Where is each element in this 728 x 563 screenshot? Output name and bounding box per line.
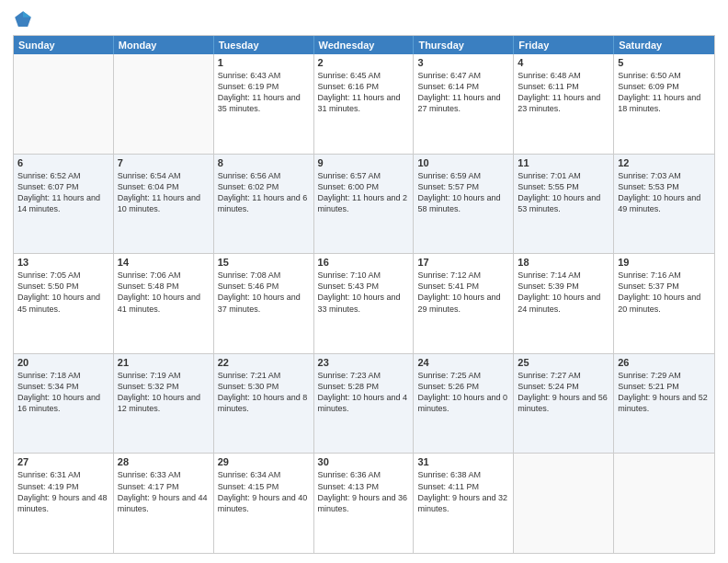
- cell-daylight-info: Sunrise: 7:27 AM Sunset: 5:24 PM Dayligh…: [518, 370, 609, 415]
- day-number: 26: [618, 357, 711, 368]
- calendar-cell-8: 8Sunrise: 6:56 AM Sunset: 6:02 PM Daylig…: [214, 155, 314, 254]
- calendar-cell-12: 12Sunrise: 7:03 AM Sunset: 5:53 PM Dayli…: [614, 155, 714, 254]
- calendar-cell-1: 1Sunrise: 6:43 AM Sunset: 6:19 PM Daylig…: [214, 54, 314, 154]
- calendar-row-3: 13Sunrise: 7:05 AM Sunset: 5:50 PM Dayli…: [14, 253, 714, 353]
- day-number: 25: [518, 357, 609, 368]
- calendar-cell-18: 18Sunrise: 7:14 AM Sunset: 5:39 PM Dayli…: [514, 254, 614, 353]
- cell-daylight-info: Sunrise: 7:29 AM Sunset: 5:21 PM Dayligh…: [618, 370, 711, 415]
- day-number: 12: [618, 157, 711, 168]
- svg-marker-1: [23, 11, 31, 17]
- calendar-cell-7: 7Sunrise: 6:54 AM Sunset: 6:04 PM Daylig…: [114, 155, 214, 254]
- calendar-cell-19: 19Sunrise: 7:16 AM Sunset: 5:37 PM Dayli…: [614, 254, 714, 353]
- calendar-cell-14: 14Sunrise: 7:06 AM Sunset: 5:48 PM Dayli…: [114, 254, 214, 353]
- day-number: 20: [17, 357, 109, 368]
- calendar-row-5: 27Sunrise: 6:31 AM Sunset: 4:19 PM Dayli…: [14, 453, 714, 553]
- day-number: 9: [318, 157, 410, 168]
- cell-daylight-info: Sunrise: 6:38 AM Sunset: 4:11 PM Dayligh…: [417, 469, 509, 514]
- calendar-cell-11: 11Sunrise: 7:01 AM Sunset: 5:55 PM Dayli…: [514, 155, 614, 254]
- cell-daylight-info: Sunrise: 6:57 AM Sunset: 6:00 PM Dayligh…: [318, 170, 410, 215]
- cell-daylight-info: Sunrise: 6:34 AM Sunset: 4:15 PM Dayligh…: [218, 469, 310, 514]
- calendar-cell-15: 15Sunrise: 7:08 AM Sunset: 5:46 PM Dayli…: [214, 254, 314, 353]
- calendar-cell-13: 13Sunrise: 7:05 AM Sunset: 5:50 PM Dayli…: [14, 254, 114, 353]
- day-number: 3: [417, 57, 509, 68]
- cell-daylight-info: Sunrise: 7:03 AM Sunset: 5:53 PM Dayligh…: [618, 170, 711, 215]
- day-number: 5: [618, 57, 711, 68]
- calendar-cell-17: 17Sunrise: 7:12 AM Sunset: 5:41 PM Dayli…: [414, 254, 514, 353]
- calendar-cell-empty-0-0: [14, 54, 114, 154]
- cell-daylight-info: Sunrise: 7:10 AM Sunset: 5:43 PM Dayligh…: [318, 270, 410, 315]
- cell-daylight-info: Sunrise: 7:21 AM Sunset: 5:30 PM Dayligh…: [218, 370, 310, 415]
- cell-daylight-info: Sunrise: 7:08 AM Sunset: 5:46 PM Dayligh…: [218, 270, 310, 315]
- calendar-cell-22: 22Sunrise: 7:21 AM Sunset: 5:30 PM Dayli…: [214, 354, 314, 454]
- day-number: 28: [118, 456, 210, 467]
- day-number: 2: [318, 57, 410, 68]
- calendar-cell-10: 10Sunrise: 6:59 AM Sunset: 5:57 PM Dayli…: [414, 155, 514, 254]
- day-number: 30: [318, 456, 410, 467]
- cell-daylight-info: Sunrise: 7:05 AM Sunset: 5:50 PM Dayligh…: [17, 270, 109, 315]
- calendar-cell-2: 2Sunrise: 6:45 AM Sunset: 6:16 PM Daylig…: [314, 54, 415, 154]
- calendar: SundayMondayTuesdayWednesdayThursdayFrid…: [13, 35, 715, 554]
- calendar-header-wednesday: Wednesday: [314, 36, 415, 54]
- day-number: 11: [518, 157, 609, 168]
- cell-daylight-info: Sunrise: 7:14 AM Sunset: 5:39 PM Dayligh…: [518, 270, 609, 315]
- calendar-cell-6: 6Sunrise: 6:52 AM Sunset: 6:07 PM Daylig…: [14, 155, 114, 254]
- day-number: 27: [17, 456, 109, 467]
- day-number: 23: [318, 357, 410, 368]
- calendar-cell-16: 16Sunrise: 7:10 AM Sunset: 5:43 PM Dayli…: [314, 254, 415, 353]
- day-number: 19: [618, 257, 711, 268]
- calendar-header-friday: Friday: [514, 36, 614, 54]
- calendar-cell-31: 31Sunrise: 6:38 AM Sunset: 4:11 PM Dayli…: [414, 454, 514, 553]
- cell-daylight-info: Sunrise: 7:25 AM Sunset: 5:26 PM Dayligh…: [417, 370, 509, 415]
- cell-daylight-info: Sunrise: 6:33 AM Sunset: 4:17 PM Dayligh…: [118, 469, 210, 514]
- calendar-cell-empty-4-5: [514, 454, 614, 553]
- page: SundayMondayTuesdayWednesdayThursdayFrid…: [0, 0, 728, 563]
- cell-daylight-info: Sunrise: 6:47 AM Sunset: 6:14 PM Dayligh…: [417, 70, 509, 115]
- logo: [13, 9, 35, 29]
- calendar-header-sunday: Sunday: [14, 36, 114, 54]
- cell-daylight-info: Sunrise: 6:52 AM Sunset: 6:07 PM Dayligh…: [17, 170, 109, 215]
- cell-daylight-info: Sunrise: 7:18 AM Sunset: 5:34 PM Dayligh…: [17, 370, 109, 415]
- day-number: 31: [417, 456, 509, 467]
- calendar-cell-empty-4-6: [614, 454, 714, 553]
- day-number: 15: [218, 257, 310, 268]
- cell-daylight-info: Sunrise: 6:48 AM Sunset: 6:11 PM Dayligh…: [518, 70, 609, 115]
- cell-daylight-info: Sunrise: 6:45 AM Sunset: 6:16 PM Dayligh…: [318, 70, 410, 115]
- day-number: 22: [218, 357, 310, 368]
- calendar-cell-4: 4Sunrise: 6:48 AM Sunset: 6:11 PM Daylig…: [514, 54, 614, 154]
- cell-daylight-info: Sunrise: 7:06 AM Sunset: 5:48 PM Dayligh…: [118, 270, 210, 315]
- day-number: 6: [17, 157, 109, 168]
- day-number: 8: [218, 157, 310, 168]
- logo-icon: [13, 9, 33, 29]
- calendar-header-row: SundayMondayTuesdayWednesdayThursdayFrid…: [14, 36, 714, 54]
- day-number: 10: [417, 157, 509, 168]
- day-number: 14: [118, 257, 210, 268]
- calendar-cell-24: 24Sunrise: 7:25 AM Sunset: 5:26 PM Dayli…: [414, 354, 514, 454]
- day-number: 7: [118, 157, 210, 168]
- cell-daylight-info: Sunrise: 7:12 AM Sunset: 5:41 PM Dayligh…: [417, 270, 509, 315]
- calendar-cell-29: 29Sunrise: 6:34 AM Sunset: 4:15 PM Dayli…: [214, 454, 314, 553]
- cell-daylight-info: Sunrise: 7:23 AM Sunset: 5:28 PM Dayligh…: [318, 370, 410, 415]
- cell-daylight-info: Sunrise: 6:43 AM Sunset: 6:19 PM Dayligh…: [218, 70, 310, 115]
- cell-daylight-info: Sunrise: 7:19 AM Sunset: 5:32 PM Dayligh…: [118, 370, 210, 415]
- cell-daylight-info: Sunrise: 6:50 AM Sunset: 6:09 PM Dayligh…: [618, 70, 711, 115]
- day-number: 17: [417, 257, 509, 268]
- day-number: 13: [17, 257, 109, 268]
- calendar-header-monday: Monday: [114, 36, 214, 54]
- calendar-row-1: 1Sunrise: 6:43 AM Sunset: 6:19 PM Daylig…: [14, 54, 714, 154]
- calendar-cell-21: 21Sunrise: 7:19 AM Sunset: 5:32 PM Dayli…: [114, 354, 214, 454]
- cell-daylight-info: Sunrise: 6:36 AM Sunset: 4:13 PM Dayligh…: [318, 469, 410, 514]
- calendar-cell-25: 25Sunrise: 7:27 AM Sunset: 5:24 PM Dayli…: [514, 354, 614, 454]
- day-number: 29: [218, 456, 310, 467]
- calendar-cell-26: 26Sunrise: 7:29 AM Sunset: 5:21 PM Dayli…: [614, 354, 714, 454]
- calendar-cell-9: 9Sunrise: 6:57 AM Sunset: 6:00 PM Daylig…: [314, 155, 415, 254]
- day-number: 21: [118, 357, 210, 368]
- calendar-cell-5: 5Sunrise: 6:50 AM Sunset: 6:09 PM Daylig…: [614, 54, 714, 154]
- day-number: 16: [318, 257, 410, 268]
- calendar-row-2: 6Sunrise: 6:52 AM Sunset: 6:07 PM Daylig…: [14, 154, 714, 254]
- calendar-cell-20: 20Sunrise: 7:18 AM Sunset: 5:34 PM Dayli…: [14, 354, 114, 454]
- calendar-cell-3: 3Sunrise: 6:47 AM Sunset: 6:14 PM Daylig…: [414, 54, 514, 154]
- calendar-cell-30: 30Sunrise: 6:36 AM Sunset: 4:13 PM Dayli…: [314, 454, 415, 553]
- calendar-header-thursday: Thursday: [414, 36, 514, 54]
- calendar-header-tuesday: Tuesday: [214, 36, 314, 54]
- day-number: 4: [518, 57, 609, 68]
